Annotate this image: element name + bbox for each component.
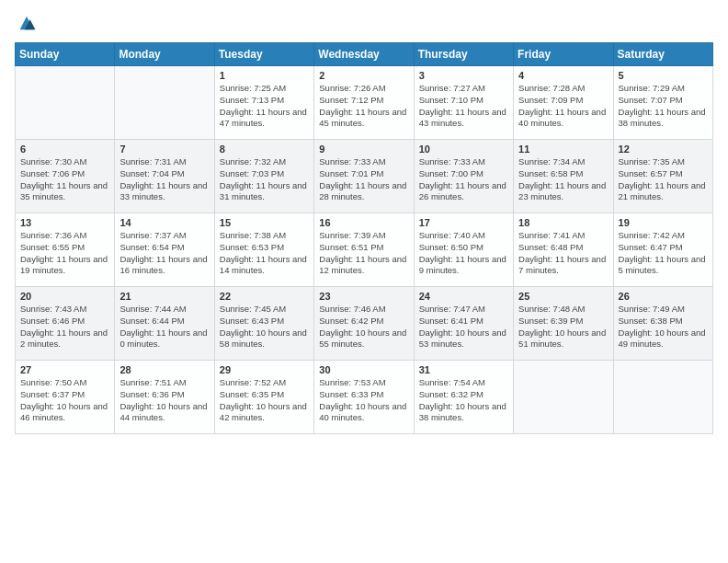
column-header-monday: Monday: [115, 43, 214, 66]
day-number: 21: [119, 291, 209, 302]
calendar-cell: 23Sunrise: 7:46 AM Sunset: 6:42 PM Dayli…: [314, 287, 414, 361]
day-info: Sunrise: 7:42 AM Sunset: 6:47 PM Dayligh…: [619, 230, 708, 277]
day-info: Sunrise: 7:32 AM Sunset: 7:03 PM Dayligh…: [220, 156, 309, 203]
day-info: Sunrise: 7:28 AM Sunset: 7:09 PM Dayligh…: [518, 83, 608, 130]
day-info: Sunrise: 7:47 AM Sunset: 6:41 PM Dayligh…: [419, 304, 508, 350]
day-number: 10: [419, 144, 508, 155]
logo-icon: [17, 13, 37, 33]
calendar-cell: 12Sunrise: 7:35 AM Sunset: 6:57 PM Dayli…: [613, 140, 712, 213]
calendar-cell: 18Sunrise: 7:41 AM Sunset: 6:48 PM Dayli…: [514, 213, 613, 287]
day-number: 8: [220, 144, 309, 155]
day-info: Sunrise: 7:45 AM Sunset: 6:43 PM Dayligh…: [220, 304, 309, 350]
day-number: 9: [319, 144, 408, 155]
day-info: Sunrise: 7:37 AM Sunset: 6:54 PM Dayligh…: [119, 230, 209, 277]
column-header-friday: Friday: [514, 43, 613, 66]
calendar-cell: 19Sunrise: 7:42 AM Sunset: 6:47 PM Dayli…: [613, 213, 712, 287]
day-number: 19: [619, 217, 708, 228]
day-info: Sunrise: 7:54 AM Sunset: 6:32 PM Dayligh…: [419, 377, 508, 424]
day-number: 1: [220, 70, 309, 81]
calendar-table: SundayMondayTuesdayWednesdayThursdayFrid…: [15, 42, 713, 434]
day-number: 17: [419, 217, 508, 228]
calendar-cell: 22Sunrise: 7:45 AM Sunset: 6:43 PM Dayli…: [214, 287, 313, 361]
day-number: 31: [419, 364, 508, 375]
calendar-cell: 17Sunrise: 7:40 AM Sunset: 6:50 PM Dayli…: [414, 213, 513, 287]
day-info: Sunrise: 7:48 AM Sunset: 6:39 PM Dayligh…: [518, 304, 608, 350]
day-number: 15: [220, 217, 309, 228]
day-info: Sunrise: 7:35 AM Sunset: 6:57 PM Dayligh…: [619, 156, 708, 203]
day-number: 12: [619, 144, 708, 155]
calendar-cell: 6Sunrise: 7:30 AM Sunset: 7:06 PM Daylig…: [16, 140, 115, 213]
day-info: Sunrise: 7:36 AM Sunset: 6:55 PM Dayligh…: [20, 230, 109, 277]
calendar-cell: 9Sunrise: 7:33 AM Sunset: 7:01 PM Daylig…: [314, 140, 414, 213]
day-info: Sunrise: 7:33 AM Sunset: 7:01 PM Dayligh…: [319, 156, 408, 203]
day-info: Sunrise: 7:31 AM Sunset: 7:04 PM Dayligh…: [119, 156, 209, 203]
day-info: Sunrise: 7:50 AM Sunset: 6:37 PM Dayligh…: [20, 377, 109, 424]
calendar-cell: 30Sunrise: 7:53 AM Sunset: 6:33 PM Dayli…: [314, 361, 414, 434]
calendar-cell: 27Sunrise: 7:50 AM Sunset: 6:37 PM Dayli…: [16, 361, 115, 434]
calendar-cell: 28Sunrise: 7:51 AM Sunset: 6:36 PM Dayli…: [115, 361, 214, 434]
day-number: 25: [518, 291, 608, 302]
day-number: 22: [220, 291, 309, 302]
day-info: Sunrise: 7:43 AM Sunset: 6:46 PM Dayligh…: [20, 304, 109, 350]
calendar-cell: 21Sunrise: 7:44 AM Sunset: 6:44 PM Dayli…: [115, 287, 214, 361]
day-number: 3: [419, 70, 508, 81]
day-info: Sunrise: 7:46 AM Sunset: 6:42 PM Dayligh…: [319, 304, 408, 350]
day-number: 18: [518, 217, 608, 228]
calendar-cell: 16Sunrise: 7:39 AM Sunset: 6:51 PM Dayli…: [314, 213, 414, 287]
calendar-cell: 7Sunrise: 7:31 AM Sunset: 7:04 PM Daylig…: [115, 140, 214, 213]
day-number: 27: [20, 364, 109, 375]
calendar-cell: [514, 361, 613, 434]
calendar-cell: 31Sunrise: 7:54 AM Sunset: 6:32 PM Dayli…: [414, 361, 513, 434]
day-number: 20: [20, 291, 109, 302]
calendar-cell: 20Sunrise: 7:43 AM Sunset: 6:46 PM Dayli…: [16, 287, 115, 361]
day-number: 13: [20, 217, 109, 228]
day-number: 6: [20, 144, 109, 155]
calendar-cell: 25Sunrise: 7:48 AM Sunset: 6:39 PM Dayli…: [514, 287, 613, 361]
column-header-tuesday: Tuesday: [214, 43, 313, 66]
calendar-week-row: 6Sunrise: 7:30 AM Sunset: 7:06 PM Daylig…: [16, 140, 713, 213]
calendar-cell: 14Sunrise: 7:37 AM Sunset: 6:54 PM Dayli…: [115, 213, 214, 287]
column-header-sunday: Sunday: [16, 43, 115, 66]
column-header-wednesday: Wednesday: [314, 43, 414, 66]
day-info: Sunrise: 7:39 AM Sunset: 6:51 PM Dayligh…: [319, 230, 408, 277]
day-number: 16: [319, 217, 408, 228]
day-info: Sunrise: 7:51 AM Sunset: 6:36 PM Dayligh…: [119, 377, 209, 424]
page-header: [15, 15, 713, 33]
day-number: 4: [518, 70, 608, 81]
day-number: 7: [119, 144, 209, 155]
day-info: Sunrise: 7:49 AM Sunset: 6:38 PM Dayligh…: [619, 304, 708, 350]
day-info: Sunrise: 7:41 AM Sunset: 6:48 PM Dayligh…: [518, 230, 608, 277]
calendar-header-row: SundayMondayTuesdayWednesdayThursdayFrid…: [16, 43, 713, 66]
day-info: Sunrise: 7:33 AM Sunset: 7:00 PM Dayligh…: [419, 156, 508, 203]
day-info: Sunrise: 7:53 AM Sunset: 6:33 PM Dayligh…: [319, 377, 408, 424]
day-number: 14: [119, 217, 209, 228]
calendar-cell: 8Sunrise: 7:32 AM Sunset: 7:03 PM Daylig…: [214, 140, 313, 213]
calendar-cell: [16, 66, 115, 140]
day-info: Sunrise: 7:29 AM Sunset: 7:07 PM Dayligh…: [619, 83, 708, 130]
logo: [15, 15, 37, 33]
day-number: 28: [119, 364, 209, 375]
day-info: Sunrise: 7:52 AM Sunset: 6:35 PM Dayligh…: [220, 377, 309, 424]
day-info: Sunrise: 7:44 AM Sunset: 6:44 PM Dayligh…: [119, 304, 209, 350]
day-number: 11: [518, 144, 608, 155]
calendar-cell: 1Sunrise: 7:25 AM Sunset: 7:13 PM Daylig…: [214, 66, 313, 140]
day-number: 23: [319, 291, 408, 302]
calendar-cell: 15Sunrise: 7:38 AM Sunset: 6:53 PM Dayli…: [214, 213, 313, 287]
day-number: 29: [220, 364, 309, 375]
calendar-week-row: 27Sunrise: 7:50 AM Sunset: 6:37 PM Dayli…: [16, 361, 713, 434]
calendar-cell: 2Sunrise: 7:26 AM Sunset: 7:12 PM Daylig…: [314, 66, 414, 140]
calendar-cell: 13Sunrise: 7:36 AM Sunset: 6:55 PM Dayli…: [16, 213, 115, 287]
calendar-cell: 5Sunrise: 7:29 AM Sunset: 7:07 PM Daylig…: [613, 66, 712, 140]
calendar-cell: 26Sunrise: 7:49 AM Sunset: 6:38 PM Dayli…: [613, 287, 712, 361]
day-info: Sunrise: 7:25 AM Sunset: 7:13 PM Dayligh…: [220, 83, 309, 130]
calendar-week-row: 1Sunrise: 7:25 AM Sunset: 7:13 PM Daylig…: [16, 66, 713, 140]
calendar-cell: [613, 361, 712, 434]
calendar-week-row: 20Sunrise: 7:43 AM Sunset: 6:46 PM Dayli…: [16, 287, 713, 361]
day-info: Sunrise: 7:40 AM Sunset: 6:50 PM Dayligh…: [419, 230, 508, 277]
column-header-thursday: Thursday: [414, 43, 513, 66]
day-info: Sunrise: 7:38 AM Sunset: 6:53 PM Dayligh…: [220, 230, 309, 277]
calendar-cell: 4Sunrise: 7:28 AM Sunset: 7:09 PM Daylig…: [514, 66, 613, 140]
calendar-cell: 29Sunrise: 7:52 AM Sunset: 6:35 PM Dayli…: [214, 361, 313, 434]
day-info: Sunrise: 7:27 AM Sunset: 7:10 PM Dayligh…: [419, 83, 508, 130]
calendar-cell: 11Sunrise: 7:34 AM Sunset: 6:58 PM Dayli…: [514, 140, 613, 213]
